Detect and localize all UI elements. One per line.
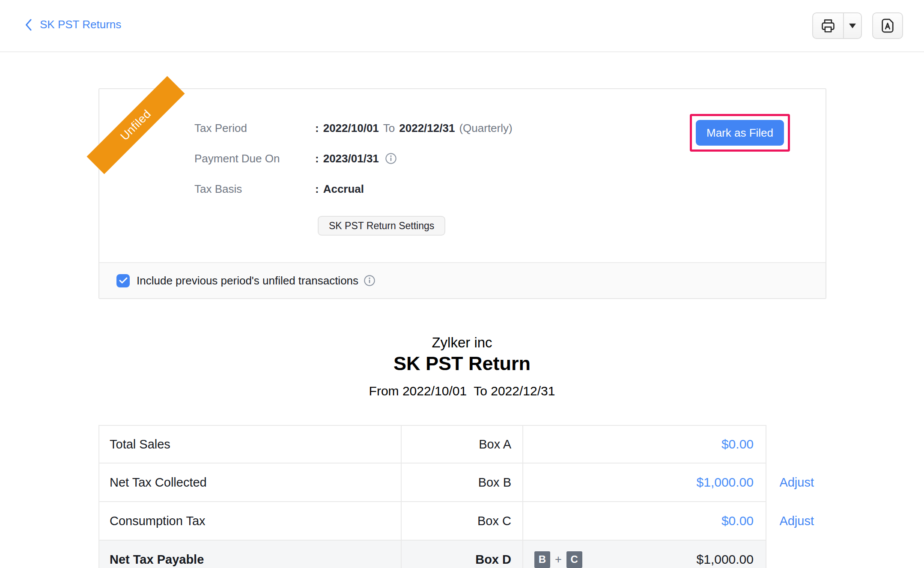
unfiled-status-label: Unfiled [118, 107, 154, 143]
printer-icon [820, 18, 837, 34]
payment-due-value: : 2023/01/31 [315, 152, 397, 165]
row-label: Consumption Tax [99, 502, 402, 540]
tax-period-value: : 2022/10/01 To 2022/12/31 (Quarterly) [315, 122, 513, 135]
report-title: SK PST Return [0, 353, 924, 375]
row-label: Net Tax Collected [99, 463, 402, 501]
tax-basis-label: Tax Basis [194, 182, 315, 196]
print-button[interactable] [813, 13, 844, 38]
row-amount: $0.00 [721, 437, 754, 451]
include-previous-period-strip: Include previous period's unfiled transa… [99, 262, 826, 298]
back-link-sk-pst-returns[interactable]: SK PST Returns [24, 18, 121, 31]
plus-operator: + [555, 553, 562, 566]
sk-pst-return-settings-button[interactable]: SK PST Return Settings [318, 216, 445, 236]
formula-badges: B + C [534, 551, 582, 568]
chevron-left-icon [24, 18, 33, 31]
tax-period-to-word: To [383, 122, 395, 135]
colon: : [315, 182, 319, 196]
row-amount: $0.00 [721, 514, 754, 528]
tax-period-frequency: (Quarterly) [459, 122, 512, 135]
table-row-net-tax-collected: Net Tax Collected Box B $1,000.00 Adjust [99, 463, 766, 501]
table-row-net-tax-payable: Net Tax Payable Box D B + C $1,000.00 [99, 540, 766, 568]
tax-basis-value: : Accrual [315, 182, 364, 196]
badge-box-c: C [566, 551, 582, 568]
row-box: Box C [402, 502, 523, 540]
mark-as-filed-label: Mark as Filed [706, 126, 773, 140]
tax-basis-text: Accrual [323, 182, 364, 196]
top-bar: SK PST Returns [0, 0, 924, 52]
tax-period-label: Tax Period [194, 122, 315, 135]
row-amount: $1,000.00 [697, 475, 754, 490]
mark-as-filed-button[interactable]: Mark as Filed [696, 120, 784, 146]
table-row-total-sales: Total Sales Box A $0.00 [99, 426, 766, 463]
print-options-button[interactable] [844, 13, 861, 38]
checkmark-icon [119, 277, 128, 284]
row-box: Box B [402, 463, 523, 501]
payment-due-label: Payment Due On [194, 152, 315, 165]
pdf-document-icon [879, 17, 897, 35]
unfiled-status-ribbon: Unfiled [86, 76, 185, 174]
tax-period-from: 2022/10/01 [323, 122, 379, 135]
report-period: From 2022/10/01 To 2022/12/31 [0, 383, 924, 399]
row-label: Total Sales [99, 426, 402, 463]
mark-as-filed-highlight: Mark as Filed [690, 114, 790, 152]
row-box: Box D [402, 541, 523, 568]
tax-basis-row: Tax Basis : Accrual [194, 182, 513, 196]
print-split-button [812, 12, 862, 39]
colon: : [315, 152, 319, 165]
export-pdf-button[interactable] [872, 12, 903, 39]
tax-period-to: 2022/12/31 [399, 122, 455, 135]
tax-period-row: Tax Period : 2022/10/01 To 2022/12/31 (Q… [194, 121, 513, 135]
report-header: Zylker inc SK PST Return From 2022/10/01… [0, 335, 924, 399]
row-label: Net Tax Payable [99, 541, 402, 568]
colon: : [315, 122, 319, 135]
info-circle-icon[interactable] [364, 275, 376, 287]
adjust-link-box-b[interactable]: Adjust [779, 475, 814, 490]
badge-box-b: B [534, 551, 550, 568]
row-box: Box A [402, 426, 523, 463]
adjust-link-box-c[interactable]: Adjust [779, 514, 814, 528]
include-previous-checkbox[interactable] [116, 274, 130, 287]
back-link-label: SK PST Returns [40, 18, 121, 31]
include-previous-label: Include previous period's unfiled transa… [137, 274, 358, 287]
table-row-consumption-tax: Consumption Tax Box C $0.00 Adjust [99, 501, 766, 540]
payment-due-date: 2023/01/31 [323, 152, 379, 165]
row-amount: $1,000.00 [697, 552, 754, 567]
settings-button-label: SK PST Return Settings [329, 220, 434, 232]
tax-return-summary-card: Unfiled Tax Period : 2022/10/01 To 2022/… [98, 88, 826, 299]
company-name: Zylker inc [0, 335, 924, 351]
tax-info-fields: Tax Period : 2022/10/01 To 2022/12/31 (Q… [194, 121, 513, 212]
caret-down-icon [849, 24, 856, 32]
info-circle-icon[interactable] [385, 152, 397, 164]
payment-due-row: Payment Due On : 2023/01/31 [194, 151, 513, 166]
tax-return-table: Total Sales Box A $0.00 Net Tax Collecte… [98, 425, 766, 568]
